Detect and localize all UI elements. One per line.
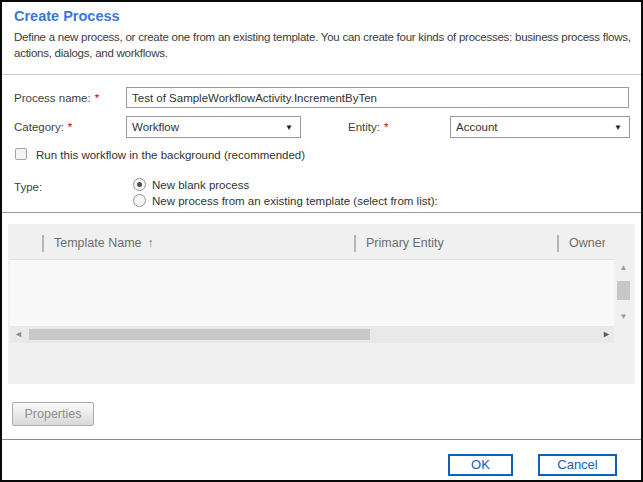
dropdown-arrow-icon: ▼ bbox=[285, 123, 300, 132]
create-process-dialog: Create Process Define a new process, or … bbox=[0, 0, 643, 482]
scroll-down-icon[interactable]: ▼ bbox=[614, 312, 633, 322]
divider bbox=[2, 212, 641, 213]
description-line: Define a new process, or create one from… bbox=[14, 29, 638, 45]
dropdown-arrow-icon: ▼ bbox=[614, 123, 629, 132]
sort-ascending-icon: ↑ bbox=[148, 236, 154, 250]
type-option-new-blank-radio[interactable] bbox=[133, 178, 146, 191]
process-name-label: Process name:* bbox=[14, 92, 99, 104]
category-select[interactable]: Workflow ▼ bbox=[126, 116, 301, 138]
entity-selected-value: Account bbox=[451, 121, 614, 133]
type-option-from-template-label: New process from an existing template (s… bbox=[152, 195, 438, 207]
column-separator bbox=[354, 235, 356, 252]
required-asterisk: * bbox=[68, 121, 72, 133]
ok-button[interactable]: OK bbox=[448, 454, 513, 476]
properties-button[interactable]: Properties bbox=[12, 402, 94, 426]
column-header-primary-entity[interactable]: Primary Entity bbox=[366, 236, 444, 250]
entity-select[interactable]: Account ▼ bbox=[450, 116, 630, 138]
scroll-up-icon[interactable]: ▲ bbox=[614, 263, 633, 273]
run-in-background-label: Run this workflow in the background (rec… bbox=[36, 149, 305, 161]
type-option-from-template-radio[interactable] bbox=[133, 194, 146, 207]
divider bbox=[2, 74, 641, 75]
column-header-owner[interactable]: Owner bbox=[569, 236, 605, 250]
divider bbox=[2, 439, 641, 440]
description-line: actions, dialogs, and workflows. bbox=[14, 45, 638, 61]
run-in-background-checkbox[interactable] bbox=[15, 148, 27, 160]
cancel-button[interactable]: Cancel bbox=[538, 454, 617, 476]
dialog-description: Define a new process, or create one from… bbox=[14, 29, 638, 61]
required-asterisk: * bbox=[95, 92, 99, 104]
category-selected-value: Workflow bbox=[127, 121, 285, 133]
scroll-left-icon[interactable]: ◄ bbox=[14, 329, 23, 340]
column-separator bbox=[42, 235, 44, 252]
vertical-scrollbar[interactable]: ▲ ▼ bbox=[614, 259, 633, 326]
template-list: Template Name↑ Primary Entity Owner ▲ ▼ … bbox=[8, 224, 635, 384]
template-list-viewport bbox=[10, 259, 614, 326]
type-option-new-blank-label: New blank process bbox=[152, 179, 249, 191]
column-separator bbox=[557, 235, 559, 252]
horizontal-scrollbar[interactable]: ◄ ► bbox=[10, 326, 614, 343]
entity-label: Entity:* bbox=[348, 121, 388, 133]
column-header-template-name[interactable]: Template Name↑ bbox=[54, 236, 154, 250]
category-label: Category:* bbox=[14, 121, 72, 133]
vertical-scroll-thumb[interactable] bbox=[617, 281, 630, 300]
process-name-input[interactable] bbox=[126, 87, 629, 108]
type-label: Type: bbox=[14, 181, 42, 193]
required-asterisk: * bbox=[384, 121, 388, 133]
scroll-right-icon[interactable]: ► bbox=[602, 329, 611, 340]
dialog-title: Create Process bbox=[14, 8, 120, 24]
horizontal-scroll-thumb[interactable] bbox=[29, 329, 370, 340]
